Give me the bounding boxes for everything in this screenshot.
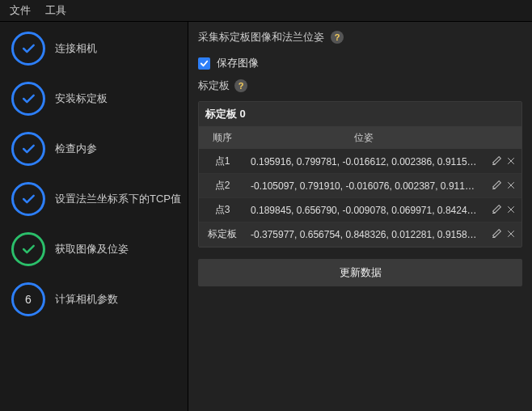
step-label: 获取图像及位姿 <box>55 242 129 256</box>
check-icon <box>11 82 45 116</box>
cell-pose: 0.195916, 0.799781, -0.016612, 0.002386,… <box>246 150 481 174</box>
save-image-label: 保存图像 <box>217 56 259 70</box>
menubar: 文件 工具 <box>0 0 532 22</box>
edit-icon[interactable] <box>491 203 502 214</box>
table-title: 标定板 0 <box>199 102 521 127</box>
step-number-icon: 6 <box>11 282 45 316</box>
check-icon <box>11 182 45 216</box>
board-section: 标定板 ? <box>198 78 522 93</box>
help-icon[interactable]: ? <box>234 79 247 92</box>
board-section-label: 标定板 <box>198 78 230 93</box>
close-icon[interactable] <box>505 180 517 191</box>
cell-actions <box>481 174 521 198</box>
step-install-board[interactable]: 安装标定板 <box>11 82 181 116</box>
cell-seq: 标定板 <box>199 222 246 247</box>
table-row[interactable]: 点2-0.105097, 0.791910, -0.016076, 0.0023… <box>199 174 521 198</box>
panel-header: 采集标定板图像和法兰位姿 ? <box>198 30 522 44</box>
step-label: 安装标定板 <box>55 91 108 106</box>
close-icon[interactable] <box>505 155 517 167</box>
content-panel: 采集标定板图像和法兰位姿 ? 保存图像 标定板 ? 标定板 0 顺序 位姿 <box>188 22 532 411</box>
step-set-tcp[interactable]: 设置法兰坐标系下的TCP值 <box>11 182 181 216</box>
step-label: 设置法兰坐标系下的TCP值 <box>55 192 181 206</box>
cell-seq: 点1 <box>199 150 246 174</box>
edit-icon[interactable] <box>491 227 502 239</box>
update-data-button[interactable]: 更新数据 <box>198 259 522 286</box>
check-icon <box>11 132 45 166</box>
col-actions <box>481 127 521 150</box>
step-label: 计算相机参数 <box>55 292 118 307</box>
step-label: 连接相机 <box>55 41 97 56</box>
check-icon <box>11 32 45 66</box>
cell-pose: -0.105097, 0.791910, -0.016076, 0.002387… <box>246 174 481 198</box>
edit-icon[interactable] <box>491 179 502 190</box>
check-icon <box>11 232 45 266</box>
cell-seq: 点3 <box>199 198 246 222</box>
step-label: 检查内参 <box>55 142 97 156</box>
table-row[interactable]: 点30.189845, 0.656790, -0.009078, 0.06997… <box>199 198 521 222</box>
close-icon[interactable] <box>505 204 517 215</box>
edit-icon[interactable] <box>491 155 502 166</box>
menu-file[interactable]: 文件 <box>10 3 31 18</box>
col-seq: 顺序 <box>199 127 246 150</box>
step-connect-camera[interactable]: 连接相机 <box>11 32 181 66</box>
table-row[interactable]: 点10.195916, 0.799781, -0.016612, 0.00238… <box>199 150 521 174</box>
cell-actions <box>481 150 521 174</box>
help-icon[interactable]: ? <box>331 31 344 44</box>
cell-actions <box>481 222 521 247</box>
cell-pose: -0.375977, 0.656754, 0.848326, 0.012281,… <box>246 222 481 247</box>
panel-title: 采集标定板图像和法兰位姿 <box>198 30 324 44</box>
save-image-row[interactable]: 保存图像 <box>198 56 522 70</box>
table-container: 标定板 0 顺序 位姿 点10.195916, 0.799781, -0.016… <box>198 101 522 248</box>
menu-tools[interactable]: 工具 <box>45 3 66 18</box>
step-acquire-image-pose[interactable]: 获取图像及位姿 <box>11 232 181 266</box>
cell-pose: 0.189845, 0.656790, -0.009078, 0.069971,… <box>246 198 481 222</box>
step-check-intrinsics[interactable]: 检查内参 <box>11 132 181 166</box>
checkbox-icon[interactable] <box>198 57 210 70</box>
pose-table: 顺序 位姿 点10.195916, 0.799781, -0.016612, 0… <box>199 127 521 247</box>
cell-actions <box>481 198 521 222</box>
sidebar: 连接相机 安装标定板 检查内参 设置法兰坐标系下的TCP值 获取图像及位姿 <box>0 22 188 411</box>
col-pose: 位姿 <box>246 127 481 150</box>
table-row[interactable]: 标定板-0.375977, 0.656754, 0.848326, 0.0122… <box>199 222 521 247</box>
main: 连接相机 安装标定板 检查内参 设置法兰坐标系下的TCP值 获取图像及位姿 <box>0 22 532 411</box>
cell-seq: 点2 <box>199 174 246 198</box>
step-calc-params[interactable]: 6 计算相机参数 <box>11 282 181 316</box>
close-icon[interactable] <box>505 228 517 239</box>
